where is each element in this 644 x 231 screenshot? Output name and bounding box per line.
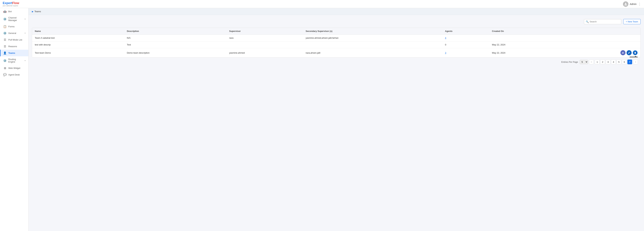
entries-per-page-label: Entries Per Page <box>561 61 578 63</box>
agent-desk-icon: 💬 <box>3 73 6 76</box>
cell-created-on <box>489 35 558 41</box>
cell-supervisor: yasmine.ahmed <box>226 48 303 57</box>
chevron-down-icon: ▾ <box>24 59 26 62</box>
search-input[interactable] <box>590 20 620 23</box>
breadcrumb: ▶ Teams <box>28 8 644 15</box>
sidebar-item-label: Routing Engine <box>8 58 23 63</box>
sidebar-item-pull-mode-list[interactable]: ☰ Pull Mode List <box>0 36 28 43</box>
agents-link[interactable]: 3 <box>445 51 446 54</box>
sidebar-item-web-widget[interactable]: ⊞ Web Widget <box>0 65 28 71</box>
header-right: Admin ⋮ <box>623 1 641 7</box>
logo-main: ExpertFlow <box>3 1 19 5</box>
cell-description: N/A <box>124 35 226 41</box>
forms-icon: 📋 <box>3 25 6 28</box>
toolbar: 🔍 + New Team <box>32 19 640 24</box>
pull-mode-list-icon: ☰ <box>3 38 6 41</box>
bot-icon: 🤖 <box>3 10 6 13</box>
entries-per-page-select[interactable]: 5102050 <box>580 60 588 64</box>
new-team-button[interactable]: + New Team <box>623 19 640 24</box>
sidebar-item-label: General <box>8 32 16 34</box>
table-row: test with descrip Test 0 May 22, 2024 <box>32 41 640 48</box>
pagination-next[interactable]: » <box>633 59 638 64</box>
col-created-on: Created On <box>489 28 558 35</box>
cell-name: test with descrip <box>32 41 124 48</box>
sidebar-item-teams[interactable]: 👤 Teams <box>0 50 28 56</box>
page-content: 🔍 + New Team Name Description Supervisor… <box>28 15 644 70</box>
sidebar-item-label: Agent Desk <box>8 73 20 76</box>
teams-table: Name Description Supervisor Secondary Su… <box>32 28 640 57</box>
page-button-7[interactable]: 7 <box>627 59 632 64</box>
breadcrumb-text: Teams <box>34 10 41 13</box>
sidebar-item-label: Web Widget <box>8 67 20 69</box>
sidebar-item-label: Teams <box>8 52 15 54</box>
cell-secondary-supervisor: yasmine.ahmed,ahsen.jalil,farhan <box>303 35 442 41</box>
page-button-3[interactable]: 3 <box>606 59 610 64</box>
admin-label: Admin <box>630 3 636 5</box>
breadcrumb-arrow: ▶ <box>32 10 34 13</box>
main-content: ▶ Teams 🔍 + New Team Name Descri <box>28 8 644 231</box>
table-header-row: Name Description Supervisor Secondary Su… <box>32 28 640 35</box>
edit-button[interactable] <box>626 50 632 55</box>
channel-manager-icon: ⚙️ <box>3 17 6 21</box>
cell-agents: 3 <box>442 48 489 57</box>
layout: 🤖 Bot ⚙️ Channel Manager ▾ 📋 Forms ⚙️ Ge… <box>0 8 644 231</box>
admin-avatar <box>623 1 628 7</box>
table-row: Team A sabahat test N/A raza yasmine.ahm… <box>32 35 640 41</box>
sidebar-item-label: Pull Mode List <box>8 38 22 41</box>
cell-actions <box>558 35 640 41</box>
sidebar-item-agent-desk[interactable]: 💬 Agent Desk <box>0 71 28 78</box>
sidebar-item-forms[interactable]: 📋 Forms <box>0 23 28 30</box>
logo-flow: Flow <box>12 1 19 5</box>
sidebar-item-label: Bot <box>8 10 12 13</box>
page-button-6[interactable]: 6 <box>622 59 627 64</box>
sidebar-item-reasons[interactable]: ☰ Reasons <box>0 43 28 50</box>
pagination-prev[interactable]: « <box>589 59 594 64</box>
delete-wrap: Delete <box>633 50 638 55</box>
cell-actions: Delete <box>558 48 640 57</box>
page-button-5[interactable]: 5 <box>616 59 621 64</box>
table-row: Test team Demo Demo team description yas… <box>32 48 640 57</box>
cell-supervisor <box>226 41 303 48</box>
sidebar-item-general[interactable]: ⚙️ General ▾ <box>0 30 28 36</box>
col-secondary-supervisor: Secondary Supervisor (s) <box>303 28 442 35</box>
col-description: Description <box>124 28 226 35</box>
cell-description: Demo team description <box>124 48 226 57</box>
logo-sub: your callcenter experts <box>3 5 19 6</box>
cell-created-on: May 22, 2024 <box>489 41 558 48</box>
col-agents: Agents <box>442 28 489 35</box>
row-actions: Delete <box>560 50 638 55</box>
sidebar-item-label: Forms <box>8 25 14 28</box>
col-name: Name <box>32 28 124 35</box>
search-box: 🔍 <box>584 19 621 24</box>
logo-expert: Expert <box>3 1 12 5</box>
sidebar-item-label: Reasons <box>8 45 17 48</box>
sidebar-item-routing-engine[interactable]: ⚙️ Routing Engine ▾ <box>0 56 28 65</box>
sidebar-item-channel-manager[interactable]: ⚙️ Channel Manager ▾ <box>0 15 28 23</box>
header-menu-icon[interactable]: ⋮ <box>638 2 641 6</box>
logo: ExpertFlow your callcenter experts <box>3 1 19 6</box>
agents-link[interactable]: 4 <box>445 37 446 39</box>
col-actions <box>558 28 640 35</box>
cell-actions <box>558 41 640 48</box>
teams-icon: 👤 <box>3 51 6 55</box>
routing-engine-icon: ⚙️ <box>3 59 6 62</box>
cell-name: Team A sabahat test <box>32 35 124 41</box>
page-button-4[interactable]: 4 <box>611 59 616 64</box>
chevron-down-icon: ▾ <box>24 18 26 20</box>
page-button-1[interactable]: 1 <box>595 59 600 64</box>
cell-secondary-supervisor: raza,ahsen.jalil <box>303 48 442 57</box>
page-button-2[interactable]: 2 <box>600 59 605 64</box>
cell-name: Test team Demo <box>32 48 124 57</box>
agents-value: 0 <box>445 43 446 46</box>
cell-agents: 4 <box>442 35 489 41</box>
pagination-bar: Entries Per Page 5102050 « 1234567 » <box>32 57 640 66</box>
cell-secondary-supervisor <box>303 41 442 48</box>
web-widget-icon: ⊞ <box>3 66 6 70</box>
sidebar-item-label: Channel Manager <box>8 16 23 21</box>
members-button[interactable] <box>620 50 626 55</box>
sidebar-item-bot[interactable]: 🤖 Bot <box>0 8 28 15</box>
search-icon: 🔍 <box>586 20 589 23</box>
app-header: ExpertFlow your callcenter experts Admin… <box>0 0 644 8</box>
col-supervisor: Supervisor <box>226 28 303 35</box>
delete-button[interactable] <box>633 50 638 55</box>
